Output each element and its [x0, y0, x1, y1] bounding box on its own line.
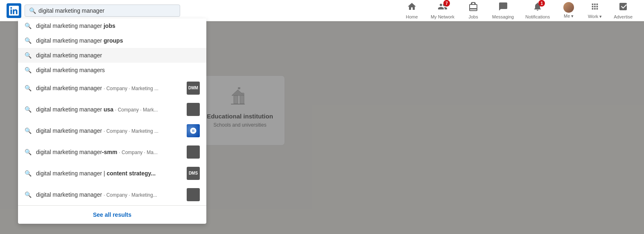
search-icon: 🔍 [29, 7, 36, 14]
search-container: 🔍 🔍 digital marketing manager jobs 🔍 dig… [25, 5, 180, 17]
nav-item-notifications[interactable]: 1 Notifications [520, 0, 555, 21]
home-icon [407, 2, 417, 14]
search-icon: 🔍 [25, 149, 31, 155]
nav-item-jobs[interactable]: Jobs [461, 0, 486, 21]
advertise-icon [618, 2, 628, 14]
network-icon: 7 [438, 2, 447, 14]
see-all-results-button[interactable]: See all results [18, 205, 206, 224]
nav-items: Home 7 My Network Jobs Messaging [400, 0, 637, 21]
list-item[interactable]: 🔍 digital marketing manager · Company · … [18, 184, 206, 205]
nav-item-home[interactable]: Home [400, 0, 424, 21]
messaging-icon [498, 2, 508, 14]
nav-item-messaging[interactable]: Messaging [487, 0, 519, 21]
notifications-icon: 1 [533, 2, 542, 14]
search-icon: 🔍 [25, 67, 31, 73]
search-icon: 🔍 [25, 23, 31, 29]
nav-item-me[interactable]: Me ▾ [556, 0, 581, 20]
network-badge: 7 [443, 0, 450, 7]
search-icon: 🔍 [25, 52, 31, 59]
me-avatar [563, 2, 574, 13]
search-icon: 🔍 [25, 37, 31, 44]
work-grid-icon [590, 2, 599, 13]
search-icon: 🔍 [25, 170, 31, 177]
linkedin-logo[interactable] [7, 3, 21, 18]
company-thumbnail [187, 188, 200, 201]
nav-item-advertise[interactable]: Advertise [609, 0, 637, 21]
search-box: 🔍 [25, 5, 180, 17]
search-dropdown: 🔍 digital marketing manager jobs 🔍 digit… [18, 18, 206, 224]
search-icon: 🔍 [25, 106, 31, 113]
list-item[interactable]: 🔍 digital marketing managers [18, 63, 206, 77]
notifications-badge: 1 [538, 0, 545, 7]
list-item[interactable]: 🔍 digital marketing manager-smm · Compan… [18, 141, 206, 163]
nav-item-work[interactable]: Work ▾ [583, 0, 607, 21]
company-thumbnail [187, 124, 200, 137]
list-item[interactable]: 🔍 digital marketing manager [18, 48, 206, 63]
list-item[interactable]: 🔍 digital marketing manager · Company · … [18, 120, 206, 141]
search-icon: 🔍 [25, 127, 31, 134]
company-thumbnail [187, 103, 200, 116]
navbar: 🔍 🔍 digital marketing manager jobs 🔍 dig… [0, 0, 644, 21]
search-icon: 🔍 [25, 191, 31, 198]
list-item[interactable]: 🔍 digital marketing manager | content st… [18, 163, 206, 184]
company-thumbnail: DMM [187, 82, 200, 95]
company-thumbnail: DMS [187, 167, 200, 180]
search-icon: 🔍 [25, 85, 31, 91]
list-item[interactable]: 🔍 digital marketing manager jobs [18, 18, 206, 33]
search-input[interactable] [38, 7, 176, 14]
company-thumbnail [187, 145, 200, 159]
list-item[interactable]: 🔍 digital marketing manager · Company · … [18, 77, 206, 99]
nav-item-network[interactable]: 7 My Network [426, 0, 459, 21]
list-item[interactable]: 🔍 digital marketing manager usa · Compan… [18, 99, 206, 120]
jobs-icon [468, 2, 478, 14]
list-item[interactable]: 🔍 digital marketing manager groups [18, 33, 206, 48]
